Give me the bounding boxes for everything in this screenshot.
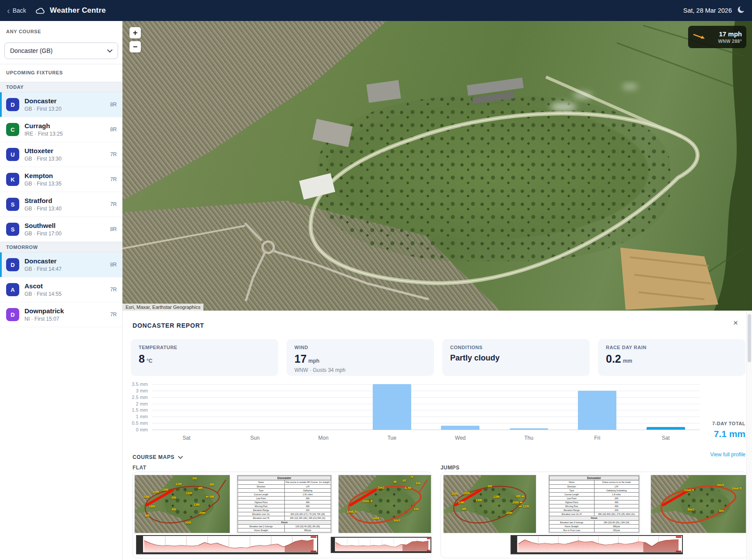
wind-sub: WNW · Gusts 34 mph — [294, 367, 426, 373]
fixture-row[interactable]: SSouthwellGB · First 17:008R — [0, 217, 122, 242]
map-label: 4ft — [198, 486, 203, 490]
course-maps-label: COURSE MAPS — [133, 454, 175, 460]
close-icon[interactable]: × — [733, 318, 738, 327]
map-attribution: Esri, Maxar, Earthstar Geographics — [122, 304, 203, 311]
back-button[interactable]: ‹ Back — [7, 6, 26, 15]
course-name: Doncaster — [24, 97, 62, 105]
fixture-row[interactable]: DDoncasterGB · First 14:478R — [0, 252, 122, 277]
gridline — [152, 430, 700, 430]
race-count: 7R — [110, 312, 117, 318]
map-label: 7f — [410, 475, 413, 479]
fixture-row[interactable]: UUttoxeterGB · First 13:307R — [0, 142, 122, 167]
fixture-row[interactable]: KKemptonGB · First 13:357R — [0, 167, 122, 192]
map-label: ⇐ 0ft — [206, 494, 214, 498]
map-label: 20ft — [506, 511, 512, 514]
course-avatar: S — [6, 198, 19, 211]
gridline — [152, 404, 700, 404]
card-label: RACE DAY RAIN — [606, 345, 738, 350]
rain-value: 0.2 — [606, 353, 621, 365]
top-bar: ‹ Back Weather Centre Sat, 28 Mar 2026 — [0, 0, 752, 21]
gridline — [152, 397, 700, 398]
map-label: 15ft — [162, 488, 168, 492]
map-label: 12ft — [175, 482, 182, 486]
y-axis-tick: 0 mm — [122, 427, 148, 432]
wind-speed: 17 mph — [718, 30, 742, 38]
fixture-row[interactable]: CCurraghIRE · First 13:258R — [0, 117, 122, 142]
x-axis-label: Sun — [221, 435, 290, 441]
card-label: CONDITIONS — [450, 345, 582, 350]
map-label: 1m4 — [372, 516, 379, 520]
scrollbar[interactable] — [746, 312, 752, 560]
course-subtitle: GB · First 17:00 — [24, 231, 62, 237]
course-select[interactable]: Doncaster (GB) — [4, 42, 118, 59]
flat-course-table: DoncasterNotesFlat course is outside NH … — [237, 475, 332, 533]
y-axis-tick: 3.5 mm — [122, 382, 148, 387]
temperature-card: TEMPERATURE 8 °C — [131, 339, 278, 376]
map-label: 3m — [719, 508, 724, 512]
fixture-row[interactable]: DDownpatrickNI · First 15:077R — [0, 302, 122, 327]
flat-elevation-map[interactable]: 0ft12ft15ft20ft23ft16ft8ft0ft10ft4ft0ft⇐… — [134, 475, 230, 533]
zoom-out-button[interactable]: − — [129, 41, 141, 52]
course-subtitle: IRE · First 13:25 — [24, 131, 63, 137]
view-full-profile-link[interactable]: View full profile — [710, 452, 745, 458]
map-label: 2m2 — [378, 485, 385, 489]
card-label: WIND — [294, 345, 426, 350]
map-label: 20ft — [153, 490, 159, 494]
conditions-value: Partly cloudy — [450, 354, 500, 363]
fixture-section-header: TODAY — [0, 82, 122, 92]
map-label: 4ft — [171, 507, 176, 511]
rain-unit: mm — [623, 358, 632, 364]
course-subtitle: GB · First 13:30 — [24, 156, 62, 162]
map-label: 1m2 — [393, 518, 400, 522]
map-label: 1m — [416, 481, 421, 485]
conditions-card: CONDITIONS Partly cloudy — [442, 339, 590, 376]
rain-bar[interactable] — [373, 384, 411, 430]
fixture-row[interactable]: DDoncasterGB · First 13:208R — [0, 92, 122, 117]
jumps-distance-map[interactable]: 2m32m4.52m0.53m23m — [651, 475, 746, 533]
flat-distance-map[interactable]: 7f6f5f1m6.5f2m22m0.51m6.51m41m21m — [338, 475, 431, 533]
course-name: Curragh — [24, 122, 63, 130]
moon-icon[interactable] — [737, 6, 745, 15]
map-label: 14ft — [458, 500, 464, 504]
map-label: 8ft — [145, 514, 149, 518]
temperature-unit: °C — [147, 358, 152, 364]
zoom-in-button[interactable]: + — [129, 27, 141, 38]
course-name: Doncaster — [24, 257, 62, 265]
course-subtitle: GB · First 14:55 — [24, 291, 62, 297]
course-avatar: D — [6, 258, 19, 271]
card-label: TEMPERATURE — [139, 345, 270, 350]
scrollbar-thumb[interactable] — [748, 314, 751, 362]
rain-bar[interactable] — [647, 427, 685, 430]
rain-bar[interactable] — [510, 428, 548, 430]
map-label: ⇐ 12ft — [519, 504, 529, 508]
rain-bar[interactable] — [441, 426, 479, 430]
course-filter-label: ANY COURSE — [6, 29, 41, 34]
map-label: 2m0.5 — [684, 488, 694, 492]
gridline — [152, 423, 700, 424]
x-axis-label: Sat — [632, 435, 700, 441]
gridline — [152, 391, 700, 391]
map-label: 2m0.5 — [362, 499, 372, 503]
course-maps-toggle[interactable]: COURSE MAPS — [133, 454, 183, 460]
map-label: 3m2 — [687, 507, 694, 511]
map-label: 0ft — [192, 476, 197, 480]
course-subtitle: GB · First 13:35 — [24, 181, 62, 187]
jumps-course-table: DoncasterNotesChase course is on the ins… — [548, 475, 640, 533]
rain-bar[interactable] — [578, 391, 616, 430]
fixture-row[interactable]: SStratfordGB · First 13:407R — [0, 192, 122, 217]
gridline — [152, 416, 700, 417]
race-count: 7R — [110, 151, 117, 158]
rain-forecast-chart: 0 mm0.5 mm1 mm1.5 mm2 mm2.5 mm3 mm3.5 mm… — [122, 380, 752, 450]
map-label: 20ft — [199, 511, 205, 514]
map[interactable]: + − 17 mph WNW 288° Esri, Maxar, Earthst… — [122, 21, 752, 311]
flat-course-maps-card: 0ft12ft15ft20ft23ft16ft8ft0ft10ft4ft0ft⇐… — [133, 472, 432, 558]
map-label: 20ft ⇐ — [512, 500, 522, 504]
course-select-value: Doncaster (GB) — [10, 47, 52, 54]
jumps-elevation-map[interactable]: 0ft20ft20ft13ft15ft14ft0ft ⇐20ft ⇐⇐ 12ft… — [443, 475, 536, 533]
wind-value: 17 — [294, 353, 307, 365]
course-name: Kempton — [24, 172, 62, 179]
course-avatar: U — [6, 148, 19, 161]
fixture-row[interactable]: AAscotGB · First 14:557R — [0, 277, 122, 302]
report-title: DONCASTER REPORT — [133, 322, 204, 329]
wind-direction: WNW 288° — [718, 38, 742, 44]
